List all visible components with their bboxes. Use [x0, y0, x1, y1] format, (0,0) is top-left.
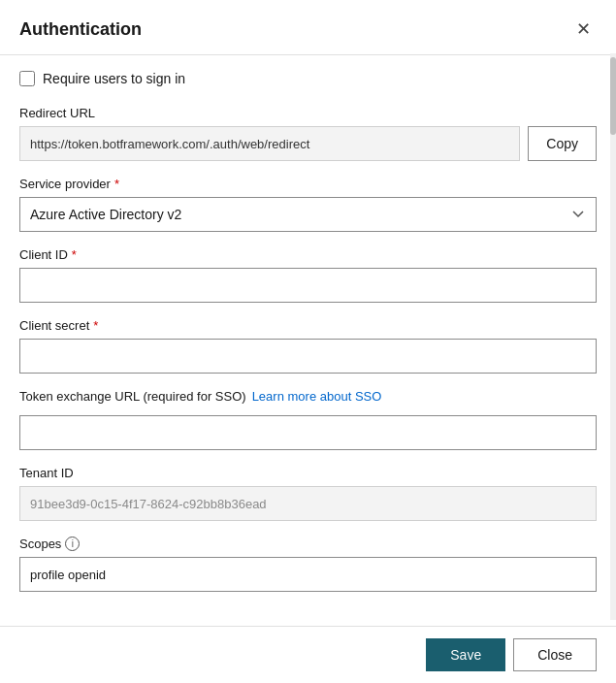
scopes-label-row: Scopes i — [19, 537, 597, 551]
client-secret-group: Client secret * — [19, 318, 597, 374]
token-exchange-group: Token exchange URL (required for SSO) Le… — [19, 389, 597, 450]
copy-button[interactable]: Copy — [528, 126, 597, 161]
scrollbar-track — [610, 53, 616, 620]
require-signin-label: Require users to sign in — [43, 71, 185, 86]
authentication-dialog: Authentication ✕ Require users to sign i… — [0, 0, 616, 683]
dialog-close-button[interactable]: ✕ — [569, 16, 597, 43]
tenant-id-label: Tenant ID — [19, 466, 597, 480]
dialog-title: Authentication — [19, 19, 142, 40]
service-provider-group: Service provider * Azure Active Director… — [19, 177, 597, 232]
token-exchange-label-row: Token exchange URL (required for SSO) Le… — [19, 389, 597, 404]
redirect-url-row: Copy — [19, 126, 597, 161]
client-id-required: * — [72, 247, 77, 262]
scopes-info-icon: i — [65, 537, 80, 551]
dialog-body: Require users to sign in Redirect URL Co… — [0, 55, 616, 626]
redirect-url-group: Redirect URL Copy — [19, 106, 597, 161]
require-signin-row: Require users to sign in — [19, 71, 597, 86]
client-secret-required: * — [93, 318, 98, 333]
tenant-id-input — [19, 486, 597, 521]
learn-more-sso-link[interactable]: Learn more about SSO — [252, 389, 382, 404]
dialog-footer: Save Close — [0, 626, 616, 683]
service-provider-label: Service provider * — [19, 177, 597, 191]
redirect-url-label: Redirect URL — [19, 106, 597, 120]
save-button[interactable]: Save — [426, 638, 505, 671]
redirect-url-input[interactable] — [19, 126, 520, 161]
client-id-input[interactable] — [19, 268, 597, 303]
client-secret-label: Client secret * — [19, 318, 597, 333]
require-signin-checkbox[interactable] — [19, 71, 35, 86]
tenant-id-group: Tenant ID — [19, 466, 597, 521]
service-provider-select[interactable]: Azure Active Directory v2 — [19, 197, 597, 232]
scopes-input[interactable] — [19, 557, 597, 592]
scopes-group: Scopes i — [19, 537, 597, 592]
client-id-label: Client ID * — [19, 247, 597, 262]
dialog-header: Authentication ✕ — [0, 0, 616, 55]
service-provider-required: * — [114, 177, 119, 191]
token-exchange-label: Token exchange URL (required for SSO) — [19, 389, 246, 404]
client-secret-input[interactable] — [19, 339, 597, 374]
client-id-group: Client ID * — [19, 247, 597, 303]
scrollbar-thumb[interactable] — [610, 57, 616, 135]
close-button[interactable]: Close — [513, 638, 597, 671]
token-exchange-input[interactable] — [19, 415, 597, 450]
